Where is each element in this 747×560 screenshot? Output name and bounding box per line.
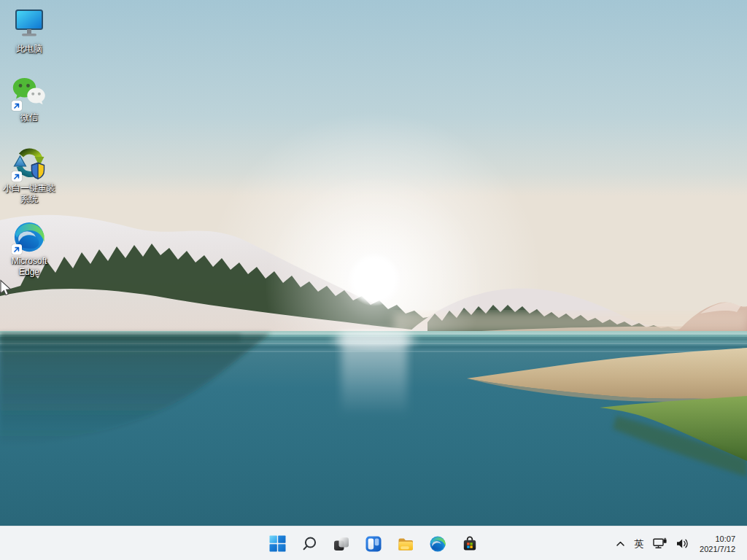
ethernet-icon (653, 537, 667, 550)
this-pc-icon (12, 7, 46, 42)
clock-date: 2021/7/12 (700, 544, 735, 554)
task-view-icon (333, 535, 350, 553)
taskbar-center (263, 526, 484, 560)
taskbar: 英 10:07 (0, 526, 747, 560)
desktop-icon-label: 微信 (20, 112, 38, 123)
chevron-up-icon (616, 540, 625, 548)
shortcut-arrow-icon (12, 171, 22, 182)
widgets-button[interactable] (359, 529, 388, 559)
network-button[interactable] (649, 529, 672, 559)
clock-button[interactable]: 10:07 2021/7/12 (694, 529, 737, 559)
desktop-icon-this-pc[interactable]: 此电脑 (1, 7, 58, 55)
search-button[interactable] (295, 529, 324, 559)
desktop[interactable]: 此电脑 微信 (0, 0, 747, 560)
edge-icon (429, 535, 446, 553)
desktop-icon-wechat[interactable]: 微信 (1, 76, 58, 123)
widgets-icon (365, 535, 382, 553)
desktop-icon-label: 小白一键重装系统 (1, 183, 57, 205)
edge-button[interactable] (423, 529, 452, 559)
task-view-button[interactable] (327, 529, 356, 559)
store-button[interactable] (455, 529, 484, 559)
xiaobai-reinstall-icon (12, 147, 46, 182)
wallpaper (0, 0, 747, 560)
search-icon (301, 535, 318, 553)
file-explorer-button[interactable] (391, 529, 420, 559)
start-button[interactable] (263, 529, 292, 559)
wechat-icon (12, 76, 46, 111)
ime-language-button[interactable]: 英 (630, 529, 649, 559)
desktop-icon-xiaobai-reinstall[interactable]: 小白一键重装系统 (1, 147, 58, 205)
desktop-icon-label: Microsoft Edge (1, 256, 57, 278)
sun (347, 252, 401, 306)
edge-icon (12, 219, 46, 254)
shortcut-arrow-icon (12, 244, 22, 254)
ime-label: 英 (635, 537, 644, 551)
clock-time: 10:07 (715, 534, 735, 544)
desktop-icon-label: 此电脑 (16, 44, 42, 55)
taskbar-tray: 英 10:07 (611, 526, 747, 560)
file-explorer-icon (397, 535, 414, 553)
store-icon (461, 535, 479, 553)
volume-button[interactable] (672, 529, 694, 559)
hidden-icons-button[interactable] (611, 529, 630, 559)
shortcut-arrow-icon (12, 101, 22, 111)
speaker-icon (676, 538, 689, 549)
windows-logo-icon (269, 535, 286, 552)
desktop-icon-microsoft-edge[interactable]: Microsoft Edge (1, 219, 58, 278)
